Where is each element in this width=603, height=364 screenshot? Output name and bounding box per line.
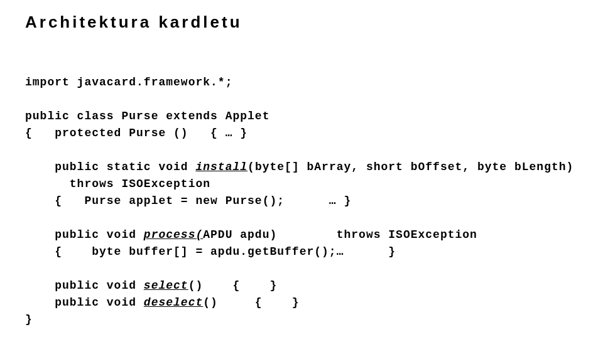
code-line-class: public class Purse extends Applet [25,110,269,122]
code-line-install-pre: public static void [25,161,195,173]
code-line-body1: { Purse applet = new Purse(); … } [25,195,351,207]
install-method: install [195,161,247,173]
code-line-select-post: () { } [188,279,278,292]
code-line-deselect-post: () { } [203,296,299,309]
code-line-body2: { byte buffer[] = apdu.getBuffer();… } [25,245,396,258]
code-line-process-post: APDU apdu) throws ISOException [203,228,477,241]
code-line-ctor: { protected Purse () { … } [25,127,247,139]
select-method: select [144,279,188,292]
deselect-method: deselect [144,296,203,309]
process-method: process( [144,228,203,241]
code-line-close: } [25,313,33,326]
code-line-deselect-pre: public void [25,296,144,309]
code-line-process-pre: public void [25,228,144,241]
code-line-throws1: throws ISOException [25,178,210,190]
code-line-select-pre: public void [25,279,144,292]
code-line-install-post: (byte[] bArray, short bOffset, byte bLen… [247,161,573,173]
code-line-import: import javacard.framework.*; [25,76,232,88]
page-title: Architektura kardletu [25,13,578,32]
code-block: import javacard.framework.*; public clas… [25,57,578,328]
